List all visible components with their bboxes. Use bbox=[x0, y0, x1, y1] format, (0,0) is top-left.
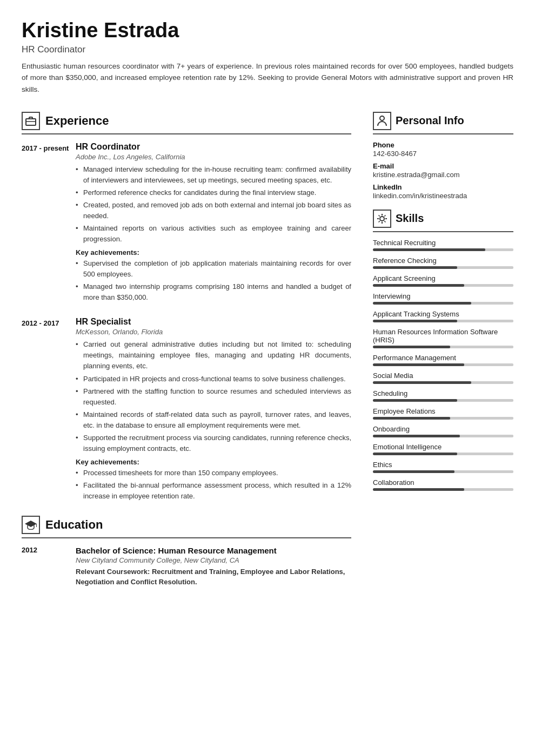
header-section: Kristine Estrada HR Coordinator Enthusia… bbox=[22, 19, 513, 105]
bullet: Created, posted, and removed job ads on … bbox=[76, 200, 351, 221]
achievements-2: Processed timesheets for more than 150 c… bbox=[76, 468, 351, 502]
key-achievements-label-1: Key achievements: bbox=[76, 248, 351, 256]
experience-header: Experience bbox=[22, 112, 351, 134]
job-entry-2: 2012 - 2017 HR Specialist McKesson, Orla… bbox=[22, 317, 351, 505]
job-title-2: HR Specialist bbox=[76, 317, 351, 327]
skill-item: Social Media bbox=[373, 372, 513, 384]
skill-bar-bg bbox=[373, 284, 513, 287]
job-dates-2: 2012 - 2017 bbox=[22, 317, 76, 505]
skill-bar-bg bbox=[373, 346, 513, 348]
svg-line-10 bbox=[379, 215, 380, 216]
achievements-1: Supervised the completion of job applica… bbox=[76, 258, 351, 303]
skill-bar-fill bbox=[373, 417, 450, 420]
experience-title: Experience bbox=[45, 114, 109, 128]
skills-title: Skills bbox=[396, 212, 424, 225]
job-dates-1: 2017 - present bbox=[22, 142, 76, 307]
svg-point-5 bbox=[380, 217, 384, 221]
experience-icon bbox=[22, 112, 40, 130]
edu-school: New Cityland Community College, New City… bbox=[76, 556, 351, 564]
skill-item: Technical Recruiting bbox=[373, 239, 513, 251]
education-header: Education bbox=[22, 516, 351, 538]
job-company-2: McKesson, Orlando, Florida bbox=[76, 328, 351, 336]
skills-list: Technical RecruitingReference CheckingAp… bbox=[373, 239, 513, 491]
skill-name: Social Media bbox=[373, 372, 513, 380]
skill-bar-bg bbox=[373, 417, 513, 420]
skill-item: Employee Relations bbox=[373, 407, 513, 420]
skills-header: Skills bbox=[373, 210, 513, 232]
edu-year: 2012 bbox=[22, 546, 76, 588]
skill-bar-bg bbox=[373, 488, 513, 491]
skill-bar-bg bbox=[373, 453, 513, 455]
skill-item: Interviewing bbox=[373, 292, 513, 305]
skill-bar-fill bbox=[373, 284, 464, 287]
edu-coursework: Relevant Coursework: Recruitment and Tra… bbox=[76, 566, 351, 588]
email-label: E-mail bbox=[373, 162, 513, 170]
skill-item: Onboarding bbox=[373, 425, 513, 437]
personal-info-header: Personal Info bbox=[373, 112, 513, 134]
candidate-name: Kristine Estrada bbox=[22, 19, 513, 42]
skill-item: Applicant Tracking Systems bbox=[373, 310, 513, 322]
bullet: Managed interview scheduling for the in-… bbox=[76, 164, 351, 186]
skill-bar-fill bbox=[373, 320, 457, 322]
right-column: Personal Info Phone 142-630-8467 E-mail … bbox=[367, 112, 513, 737]
linkedin-label: LinkedIn bbox=[373, 183, 513, 191]
personal-info-icon bbox=[373, 112, 391, 130]
skill-bar-fill bbox=[373, 302, 471, 305]
skill-name: Reference Checking bbox=[373, 256, 513, 265]
job-bullets-2: Carried out general administrative dutie… bbox=[76, 339, 351, 454]
skill-name: Scheduling bbox=[373, 389, 513, 397]
skill-bar-bg bbox=[373, 266, 513, 269]
job-details-1: HR Coordinator Adobe Inc., Los Angeles, … bbox=[76, 142, 351, 307]
skills-icon bbox=[373, 210, 391, 228]
skill-bar-fill bbox=[373, 470, 454, 473]
skill-item: Performance Management bbox=[373, 354, 513, 366]
bullet: Carried out general administrative dutie… bbox=[76, 339, 351, 372]
bullet: Supported the recruitment process via so… bbox=[76, 433, 351, 454]
phone-value: 142-630-8467 bbox=[373, 150, 513, 158]
skill-bar-bg bbox=[373, 363, 513, 366]
skill-name: Applicant Screening bbox=[373, 274, 513, 282]
skill-name: Human Resources Information Software (HR… bbox=[373, 328, 513, 344]
skill-bar-bg bbox=[373, 320, 513, 322]
svg-line-11 bbox=[384, 221, 385, 222]
skill-bar-bg bbox=[373, 399, 513, 402]
coursework-label: Relevant Coursework: bbox=[76, 568, 150, 576]
job-details-2: HR Specialist McKesson, Orlando, Florida… bbox=[76, 317, 351, 505]
bullet: Maintained reports on various activities… bbox=[76, 223, 351, 245]
education-title: Education bbox=[45, 518, 103, 532]
job-entry-1: 2017 - present HR Coordinator Adobe Inc.… bbox=[22, 142, 351, 307]
education-icon bbox=[22, 516, 40, 534]
svg-marker-2 bbox=[25, 521, 37, 527]
achievement: Facilitated the bi-annual performance as… bbox=[76, 480, 351, 502]
skill-name: Ethics bbox=[373, 461, 513, 469]
skill-bar-fill bbox=[373, 381, 471, 384]
bullet: Participated in HR projects and cross-fu… bbox=[76, 374, 351, 384]
skill-name: Interviewing bbox=[373, 292, 513, 300]
svg-line-13 bbox=[379, 221, 380, 222]
key-achievements-label-2: Key achievements: bbox=[76, 458, 351, 466]
skill-bar-fill bbox=[373, 266, 457, 269]
skill-name: Emotional Intelligence bbox=[373, 443, 513, 451]
edu-entry-1: 2012 Bachelor of Science: Human Resource… bbox=[22, 546, 351, 588]
skill-bar-bg bbox=[373, 435, 513, 437]
skill-name: Performance Management bbox=[373, 354, 513, 362]
skill-item: Ethics bbox=[373, 461, 513, 473]
job-bullets-1: Managed interview scheduling for the in-… bbox=[76, 164, 351, 245]
skill-name: Onboarding bbox=[373, 425, 513, 433]
skill-name: Employee Relations bbox=[373, 407, 513, 415]
job-title-1: HR Coordinator bbox=[76, 142, 351, 152]
skill-bar-fill bbox=[373, 453, 457, 455]
svg-point-4 bbox=[380, 116, 384, 120]
skill-name: Applicant Tracking Systems bbox=[373, 310, 513, 318]
linkedin-value: linkedin.com/in/kristineestrada bbox=[373, 192, 513, 200]
phone-label: Phone bbox=[373, 141, 513, 149]
skills-section: Skills Technical RecruitingReference Che… bbox=[373, 210, 513, 491]
skill-item: Emotional Intelligence bbox=[373, 443, 513, 455]
achievement: Processed timesheets for more than 150 c… bbox=[76, 468, 351, 478]
skill-name: Technical Recruiting bbox=[373, 239, 513, 247]
summary-text: Enthusiastic human resources coordinator… bbox=[22, 60, 513, 96]
skill-bar-bg bbox=[373, 381, 513, 384]
left-column: Experience 2017 - present HR Coordinator… bbox=[22, 112, 367, 737]
personal-info-title: Personal Info bbox=[396, 114, 464, 127]
edu-details: Bachelor of Science: Human Resource Mana… bbox=[76, 546, 351, 588]
